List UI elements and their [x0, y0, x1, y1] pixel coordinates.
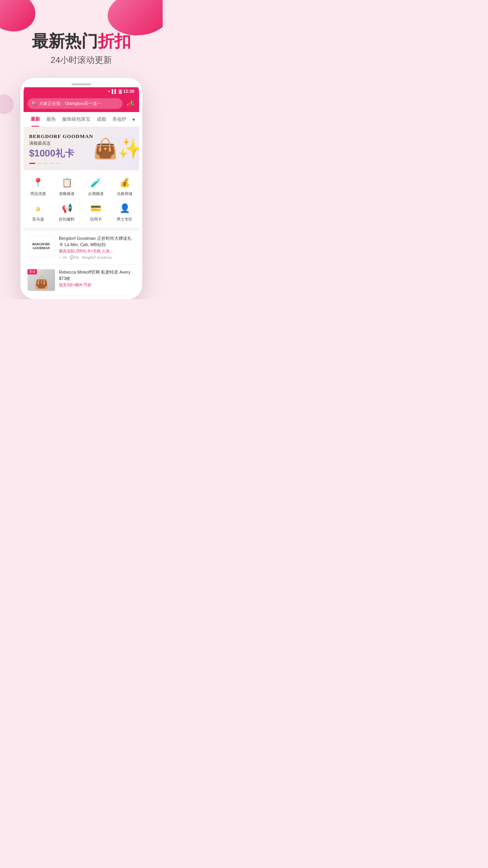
hero-section: 最新热门折扣 24小时滚动更新 — [0, 0, 163, 78]
deal-info-1: Bergdorf Goodman 正价时尚大牌送礼卡 La Mer, Cpb, … — [59, 235, 135, 259]
comment-icon-1: 💬 — [70, 256, 74, 259]
status-time: 12:30 — [123, 89, 134, 94]
tabs-more-icon[interactable]: ▾ — [132, 116, 135, 123]
deal-card-1[interactable]: BERGDORFGOODMAN Bergdorf Goodman 正价时尚大牌送… — [24, 231, 139, 265]
banner-dot-5 — [56, 163, 61, 164]
deal-info-2: Rebecca Minkoff官网 私密特卖 Avery $73收 低至3折+额… — [59, 269, 135, 291]
deal-logo-1: BERGDORFGOODMAN — [28, 235, 55, 257]
phone-speaker — [72, 83, 91, 85]
cat-exchange[interactable]: 💰 兑换商城 — [110, 173, 139, 199]
pin-badge: 置顶 — [28, 269, 37, 274]
cat-deals-icon: 📢 — [60, 201, 74, 215]
hero-subtitle: 24小时滚动更新 — [8, 54, 155, 66]
cat-mens-icon: 👤 — [117, 201, 132, 215]
status-bar: ▾ ▌▌ ▓ 12:30 — [24, 87, 139, 95]
phone-mockup: ▾ ▌▌ ▓ 12:30 🔍 大家正在搜：Glamglow买一送一 📣 最新 最… — [20, 78, 142, 299]
deal-discount-2: 低至3折+额外75折 — [59, 282, 135, 288]
cat-creditcard-label: 信用卡 — [90, 217, 102, 222]
search-bar[interactable]: 🔍 大家正在搜：Glamglow买一送一 — [28, 98, 123, 109]
status-icons: ▾ ▌▌ ▓ 12:30 — [108, 89, 134, 94]
cat-nearby[interactable]: 📍 周边优惠 — [24, 173, 53, 199]
search-placeholder-text: 大家正在搜：Glamglow买一送一 — [39, 101, 101, 107]
tab-city[interactable]: 成都 — [94, 112, 109, 127]
tab-hot[interactable]: 最热 — [43, 112, 59, 127]
deal-stars-1: ☆ 94 — [59, 256, 67, 259]
cat-test[interactable]: 🧪 众测频道 — [81, 173, 110, 199]
deal-comments-1: 💬 56 — [70, 256, 79, 259]
deal-discount-1: 最高送$1,000礼卡+无税 入加... — [59, 248, 135, 254]
deal-store-1: Bergdorf Goodman — [82, 256, 112, 259]
cat-nearby-icon: 📍 — [31, 176, 45, 190]
cat-mens-label: 男士专区 — [117, 217, 132, 222]
hero-title-dark: 最新热门 — [32, 32, 98, 50]
banner-dot-4 — [50, 163, 54, 164]
search-area: 🔍 大家正在搜：Glamglow买一送一 📣 — [24, 95, 139, 112]
deal-title-1: Bergdorf Goodman 正价时尚大牌送礼卡 La Mer, Cpb, … — [59, 235, 135, 248]
wifi-icon: ▾ — [108, 89, 110, 94]
cat-strategy-label: 攻略频道 — [59, 191, 75, 197]
banner[interactable]: BERGDORF GOODMAN 满额最高送 $1000礼卡 👜✨ — [24, 127, 139, 170]
cat-amazon-icon: a — [31, 201, 45, 215]
cat-exchange-icon: 💰 — [117, 176, 132, 190]
tab-fashion[interactable]: 服饰箱包珠宝 — [59, 112, 94, 127]
search-icon: 🔍 — [31, 101, 37, 106]
deal-thumb-image: 👜 — [34, 276, 49, 289]
cat-amazon-label: 亚马逊 — [32, 217, 44, 222]
tabs-row: 最新 最热 服饰箱包珠宝 成都 美妆护 ▾ — [24, 112, 139, 127]
cat-test-label: 众测频道 — [88, 191, 104, 197]
banner-decoration: 👜✨ — [92, 127, 139, 170]
tab-latest[interactable]: 最新 — [28, 112, 43, 127]
signal-icon: ▌▌ — [112, 89, 117, 94]
phone-container: ▾ ▌▌ ▓ 12:30 🔍 大家正在搜：Glamglow买一送一 📣 最新 最… — [0, 78, 163, 299]
deal-card-2[interactable]: 置顶 👜 Rebecca Minkoff官网 私密特卖 Avery $73收 低… — [24, 265, 139, 296]
banner-dot-2 — [37, 163, 42, 164]
tab-beauty[interactable]: 美妆护 — [109, 112, 130, 127]
hero-title: 最新热门折扣 — [8, 31, 155, 51]
deal-meta-1: ☆ 94 💬 56 Bergdorf Goodman — [59, 256, 135, 259]
cat-creditcard[interactable]: 💳 信用卡 — [81, 199, 110, 224]
cat-amazon[interactable]: a 亚马逊 — [24, 199, 53, 224]
cat-creditcard-icon: 💳 — [89, 201, 103, 215]
banner-dot-3 — [43, 163, 48, 164]
section-divider — [24, 228, 139, 231]
cat-nearby-label: 周边优惠 — [30, 191, 46, 197]
cat-mens[interactable]: 👤 男士专区 — [110, 199, 139, 224]
cat-deals-label: 折扣爆料 — [59, 217, 75, 222]
cat-exchange-label: 兑换商城 — [117, 191, 132, 197]
cat-test-icon: 🧪 — [89, 176, 103, 190]
cat-strategy[interactable]: 📋 攻略频道 — [53, 173, 82, 199]
cat-deals[interactable]: 📢 折扣爆料 — [53, 199, 82, 224]
category-grid: 📍 周边优惠 📋 攻略频道 🧪 众测频道 💰 兑换商城 a 亚马逊 📢 折 — [24, 170, 139, 228]
hero-title-highlight: 折扣 — [98, 32, 131, 50]
announce-button[interactable]: 📣 — [126, 99, 135, 108]
banner-dot-1 — [29, 163, 35, 164]
phone-notch — [24, 81, 139, 87]
battery-icon: ▓ — [119, 89, 122, 94]
deal-title-2: Rebecca Minkoff官网 私密特卖 Avery $73收 — [59, 269, 135, 281]
star-icon-1: ☆ — [59, 256, 62, 259]
cat-strategy-icon: 📋 — [60, 176, 74, 190]
